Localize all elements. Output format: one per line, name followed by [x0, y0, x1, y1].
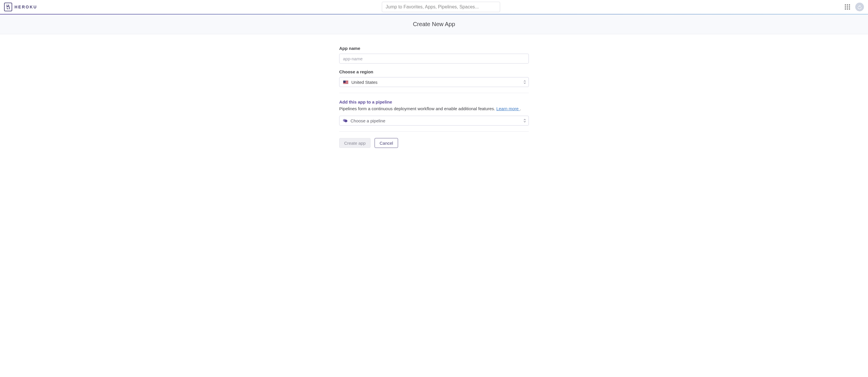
- user-avatar[interactable]: [855, 3, 864, 11]
- topbar-actions: [845, 3, 864, 11]
- topbar: HEROKU: [0, 0, 868, 14]
- global-search-input[interactable]: [382, 2, 500, 12]
- cancel-button[interactable]: Cancel: [375, 138, 398, 148]
- heroku-logo-icon: [4, 3, 12, 11]
- create-app-form: App name Choose a region United States A…: [339, 34, 529, 159]
- search-container: [382, 2, 500, 12]
- pipeline-description: Pipelines form a continuous deployment w…: [339, 106, 529, 111]
- learn-more-link[interactable]: Learn more: [496, 106, 520, 111]
- app-name-input[interactable]: [339, 54, 529, 64]
- region-select[interactable]: United States: [339, 77, 529, 87]
- divider: [339, 131, 529, 132]
- region-label: Choose a region: [339, 69, 529, 74]
- create-app-button[interactable]: Create app: [339, 138, 371, 148]
- brand-text: HEROKU: [14, 5, 37, 9]
- form-actions: Create app Cancel: [339, 138, 529, 148]
- divider: [339, 93, 529, 93]
- us-flag-icon: [343, 80, 348, 84]
- pipeline-select[interactable]: Choose a pipeline: [339, 116, 529, 126]
- page-header: Create New App: [0, 14, 868, 34]
- pipeline-placeholder: Choose a pipeline: [350, 118, 385, 123]
- pipeline-icon: [343, 118, 348, 123]
- pipeline-select-wrap: Choose a pipeline: [339, 116, 529, 126]
- heroku-logo[interactable]: HEROKU: [4, 3, 37, 11]
- apps-menu-icon[interactable]: [845, 4, 850, 9]
- svg-point-0: [858, 6, 859, 7]
- region-selected-value: United States: [351, 80, 377, 85]
- page-title: Create New App: [0, 21, 868, 28]
- app-name-label: App name: [339, 46, 529, 51]
- region-select-wrap: United States: [339, 77, 529, 87]
- pipeline-section-title: Add this app to a pipeline: [339, 99, 529, 104]
